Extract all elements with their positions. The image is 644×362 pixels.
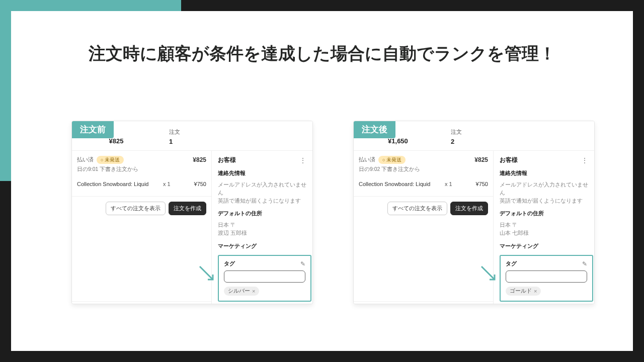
address-title: デフォルトの住所 <box>218 210 306 217</box>
product-price: ¥750 <box>182 181 206 187</box>
customer-title: お客様 <box>500 156 518 164</box>
orders-value: 2 <box>451 138 514 145</box>
contact-line: メールアドレスが入力されていません <box>218 181 306 197</box>
paid-label: 払い済 <box>359 156 375 163</box>
svg-marker-0 <box>329 199 342 219</box>
contact-line: 英語で通知が届くようになります <box>500 197 588 205</box>
unfulfilled-badge: 未発送 <box>378 156 406 164</box>
tag-chip[interactable]: ゴールド× <box>506 287 541 296</box>
more-icon[interactable]: ⋮ <box>299 158 306 162</box>
contact-title: 連絡先情報 <box>500 169 588 177</box>
create-order-button[interactable]: 注文を作成 <box>169 202 206 215</box>
customer-title: お客様 <box>218 156 236 164</box>
amount-spent: ¥825 <box>75 137 157 145</box>
orders-label: 注文 <box>169 128 232 136</box>
arrow-icon <box>199 265 216 283</box>
slide-panel: 注文時に顧客が条件を達成した場合に自動でランクを管理！ 注文前 ¥825 注文 … <box>11 11 633 351</box>
tag-title: タグ <box>224 260 235 267</box>
product-qty: x 1 <box>445 181 460 187</box>
badge-before: 注文前 <box>72 121 114 138</box>
order-total: ¥825 <box>474 156 488 163</box>
orders-label: 注文 <box>451 128 514 136</box>
orders-column: 払い済 未発送 ¥825 日の9:01 下書き注文から Collection S… <box>72 151 212 304</box>
marketing-title: マーケティング <box>218 242 306 250</box>
edit-icon[interactable]: ✎ <box>300 260 305 267</box>
product-row: Collection Snowboard: Liquid x 1 ¥750 <box>77 177 206 191</box>
amount-spent: ¥1,650 <box>357 137 439 145</box>
address-line: 日本 〒 <box>218 221 306 229</box>
view-all-orders-button[interactable]: すべての注文を表示 <box>106 202 166 215</box>
paid-label: 払い済 <box>77 156 94 163</box>
order-meta: 日の9:01 下書き注文から <box>77 166 206 173</box>
badge-after: 注文後 <box>354 121 395 138</box>
remove-tag-icon[interactable]: × <box>252 288 255 294</box>
contact-line: 英語で通知が届くようになります <box>218 197 306 205</box>
product-row: Collection Snowboard: Liquid x 1 ¥750 <box>359 177 488 191</box>
more-icon[interactable]: ⋮ <box>581 158 588 162</box>
product-qty: x 1 <box>163 181 178 187</box>
address-line: 山本 七郎様 <box>500 229 588 237</box>
orders-column: 払い済 未発送 ¥825 日の9:02 下書き注文から Collection S… <box>354 151 494 304</box>
orders-value: 1 <box>169 138 232 145</box>
address-title: デフォルトの住所 <box>500 210 588 217</box>
contact-line: メールアドレスが入力されていません <box>500 181 588 197</box>
order-card: 払い済 未発送 ¥825 日の9:01 下書き注文から Collection S… <box>72 151 211 197</box>
product-name: Collection Snowboard: Liquid <box>359 181 441 187</box>
transition-arrow-icon <box>327 197 344 223</box>
note-row: ～を残す... 投稿 <box>72 301 211 304</box>
tag-card: タグ ✎ シルバー× <box>218 255 311 302</box>
product-price: ¥750 <box>464 181 488 187</box>
order-meta: 日の9:02 下書き注文から <box>359 166 488 173</box>
order-total: ¥825 <box>193 156 206 163</box>
tag-input[interactable] <box>224 270 305 283</box>
address-line: 日本 〒 <box>500 221 588 229</box>
headline: 注文時に顧客が条件を達成した場合に自動でランクを管理！ <box>11 42 633 65</box>
screenshot-after: 注文後 ¥1,650 注文 2 払い済 未発送 ¥825 日の9:02 下書き注… <box>353 121 595 304</box>
note-row: ～を残す... 投稿 <box>354 301 493 304</box>
product-name: Collection Snowboard: Liquid <box>77 181 159 187</box>
order-card: 払い済 未発送 ¥825 日の9:02 下書き注文から Collection S… <box>354 151 493 197</box>
edit-icon[interactable]: ✎ <box>582 260 587 267</box>
remove-tag-icon[interactable]: × <box>534 288 537 294</box>
create-order-button[interactable]: 注文を作成 <box>450 202 488 215</box>
arrow-icon <box>480 265 498 283</box>
tag-title: タグ <box>506 260 517 267</box>
tag-input[interactable] <box>506 270 587 283</box>
screenshot-before: 注文前 ¥825 注文 1 払い済 未発送 ¥825 日の9:01 下書き注文か… <box>71 121 313 304</box>
tag-chip[interactable]: シルバー× <box>224 287 259 296</box>
address-line: 渡辺 五郎様 <box>218 229 306 237</box>
view-all-orders-button[interactable]: すべての注文を表示 <box>387 202 447 215</box>
contact-title: 連絡先情報 <box>218 169 306 177</box>
tag-card: タグ ✎ ゴールド× <box>500 255 593 302</box>
unfulfilled-badge: 未発送 <box>97 156 124 164</box>
marketing-title: マーケティング <box>500 242 588 250</box>
